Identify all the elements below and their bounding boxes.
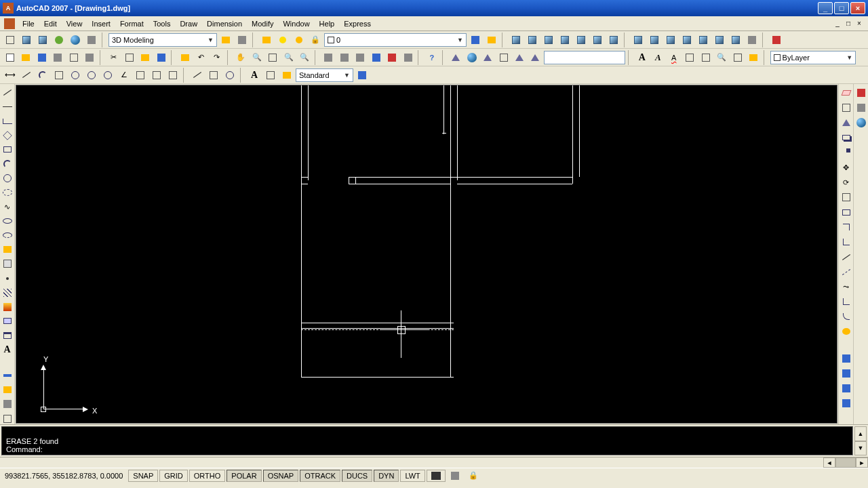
ucs-icon[interactable] <box>448 50 462 65</box>
minimize-button[interactable]: _ <box>818 2 833 14</box>
status-lock-icon[interactable]: 🔒 <box>465 470 482 482</box>
zoom-realtime-icon[interactable]: 🔍 <box>250 50 264 65</box>
ucs-face-icon[interactable] <box>496 50 511 65</box>
dim-aligned-icon[interactable] <box>19 68 34 83</box>
line-icon[interactable] <box>1 87 14 98</box>
visualstyles-manage-icon[interactable] <box>84 33 99 47</box>
blockeditor-icon[interactable] <box>178 50 192 65</box>
dim-linear-icon[interactable]: ⟷ <box>3 68 18 83</box>
dim-diameter-icon[interactable] <box>100 68 115 83</box>
dim-edit-icon[interactable]: A <box>247 68 262 83</box>
fillet-icon[interactable] <box>840 310 852 323</box>
point-icon[interactable] <box>1 272 14 284</box>
status-tray-icon[interactable] <box>447 470 463 482</box>
text-ai-icon[interactable]: A <box>651 50 665 65</box>
cmd-scroll-down-button[interactable]: ▼ <box>854 441 867 456</box>
status-grid[interactable]: GRID <box>159 470 188 482</box>
area-icon[interactable] <box>1 384 14 396</box>
dim-tedit-icon[interactable] <box>263 68 278 83</box>
break-icon[interactable] <box>840 266 852 278</box>
3d-flatshot-icon[interactable] <box>696 33 711 47</box>
menu-file[interactable]: File <box>18 18 39 29</box>
redo-icon[interactable]: ↷ <box>210 50 224 65</box>
massprops-icon[interactable] <box>1 399 14 410</box>
toolpalettes-icon[interactable] <box>353 50 368 65</box>
textstyle2-icon[interactable] <box>746 50 760 65</box>
erase-icon[interactable] <box>840 87 852 99</box>
cut-icon[interactable]: ✂ <box>106 50 121 65</box>
matchprop-icon[interactable] <box>154 50 168 65</box>
cmd-scroll-up-button[interactable]: ▲ <box>854 426 867 441</box>
coordinate-readout[interactable]: 993821.7565, 355182.8783, 0.0000 <box>1 470 127 482</box>
menu-format[interactable]: Format <box>115 18 149 29</box>
menu-dimension[interactable]: Dimension <box>202 18 247 29</box>
3d-presspull-icon[interactable] <box>541 33 556 47</box>
dim-angular-icon[interactable]: ∠ <box>117 68 132 83</box>
3d-convert-icon[interactable] <box>728 33 743 47</box>
trim-icon[interactable] <box>840 221 852 233</box>
ucs-world-icon[interactable] <box>465 50 479 65</box>
undo-icon[interactable]: ↶ <box>194 50 208 65</box>
mdi-close-button[interactable]: × <box>854 19 864 28</box>
explode-icon[interactable] <box>840 325 852 338</box>
justifytext-icon[interactable] <box>698 50 713 65</box>
ellipse-icon[interactable] <box>1 216 14 227</box>
zoom-extents-icon[interactable]: 🔍 <box>297 50 311 65</box>
polyline-icon[interactable] <box>1 115 14 127</box>
stretch-icon[interactable] <box>840 206 852 218</box>
render-materials-icon[interactable] <box>769 33 784 47</box>
command-text-area[interactable]: ERASE 2 found Command: <box>1 426 853 455</box>
dashboard-icon[interactable] <box>855 87 867 99</box>
workspace-select[interactable]: 3D Modeling ▼ <box>108 33 217 47</box>
open-icon[interactable] <box>18 50 33 65</box>
mirror-icon[interactable] <box>840 117 852 129</box>
status-dyn[interactable]: DYN <box>374 470 399 482</box>
layer-freeze-icon[interactable] <box>292 33 307 47</box>
layer-properties-icon[interactable] <box>259 33 274 47</box>
find-icon[interactable]: 🔍 <box>714 50 728 65</box>
view-realistic-icon[interactable] <box>52 33 66 47</box>
named-ucs-input[interactable] <box>544 51 625 64</box>
mdi-restore-button[interactable]: □ <box>844 19 853 28</box>
spline-icon[interactable]: ∿ <box>1 201 14 213</box>
mtext-icon[interactable]: A <box>1 344 14 355</box>
view-3dhidden-icon[interactable] <box>35 33 50 47</box>
ucs-view-icon[interactable] <box>528 50 542 65</box>
spell-icon[interactable]: A <box>667 50 681 65</box>
cmd-hscroll-right-button[interactable]: ► <box>856 458 868 468</box>
3d-box-icon[interactable] <box>509 33 524 47</box>
plot-preview-icon[interactable] <box>66 50 81 65</box>
revcloud-icon[interactable] <box>1 187 14 199</box>
zoom-previous-icon[interactable]: 🔍 <box>281 50 296 65</box>
polygon-icon[interactable] <box>1 129 14 141</box>
menu-express[interactable]: Express <box>339 18 376 29</box>
3d-section-icon[interactable] <box>679 33 694 47</box>
draworder-back-icon[interactable] <box>840 367 852 380</box>
layer-states-icon[interactable] <box>484 33 499 47</box>
dim-continue-icon[interactable] <box>165 68 180 83</box>
dimstyle-manager-icon[interactable] <box>355 68 370 83</box>
3d-subtract-icon[interactable] <box>631 33 646 47</box>
layer-lock-icon[interactable]: 🔒 <box>308 33 323 47</box>
scaletext-icon[interactable] <box>682 50 696 65</box>
dim-radius-icon[interactable] <box>68 68 83 83</box>
view-conceptual-icon[interactable] <box>68 33 83 47</box>
mdi-minimize-button[interactable]: _ <box>833 19 842 28</box>
break-at-point-icon[interactable] <box>840 251 852 263</box>
ucs-previous-icon[interactable] <box>480 50 494 65</box>
dim-arc-icon[interactable] <box>35 68 50 83</box>
text-a-icon[interactable]: A <box>635 50 649 65</box>
scale-icon[interactable] <box>840 191 852 203</box>
status-polar[interactable]: POLAR <box>226 470 261 482</box>
dim-baseline-icon[interactable] <box>149 68 164 83</box>
list-icon[interactable] <box>1 413 14 424</box>
workspace-settings-icon[interactable] <box>218 33 233 47</box>
markup-icon[interactable] <box>384 50 399 65</box>
3d-union-icon[interactable] <box>606 33 621 47</box>
hatch-icon[interactable] <box>1 287 14 298</box>
3d-imprint-icon[interactable] <box>745 33 760 47</box>
gradient-icon[interactable] <box>1 301 14 312</box>
distance-icon[interactable] <box>1 370 14 382</box>
extend-icon[interactable] <box>840 236 852 248</box>
view-2dwire-icon[interactable] <box>3 33 18 47</box>
